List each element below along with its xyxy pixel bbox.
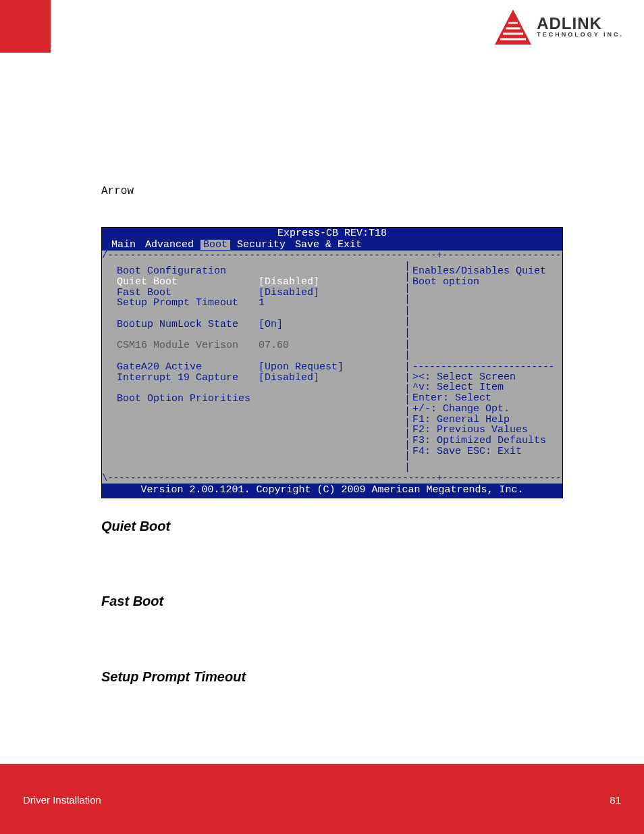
- adlink-triangle-icon: [495, 9, 531, 45]
- bios-section-header: Boot Configuration: [117, 266, 403, 277]
- bios-value: 1: [259, 298, 403, 309]
- bios-key-hint: F1: General Help: [412, 415, 554, 425]
- bios-body: Boot Configuration Quiet Boot [Disabled]…: [102, 261, 562, 473]
- bios-row-csm16: CSM16 Module Verison 07.60: [117, 340, 403, 351]
- bios-blank: [117, 383, 403, 394]
- bios-row-int19[interactable]: Interrupt 19 Capture [Disabled]: [117, 373, 403, 384]
- brand-sub: TECHNOLOGY INC.: [537, 31, 624, 38]
- bios-key-hint: +/-: Change Opt.: [412, 404, 554, 415]
- bios-blank: [117, 405, 403, 415]
- bios-value: [Disabled]: [259, 277, 403, 288]
- bios-key-hint: F3: Optimized Defaults: [412, 436, 554, 446]
- subsection-fast-boot-body: Enables/Disables boot with initializatio…: [101, 613, 563, 644]
- bios-frame-top: /---------------------------------------…: [102, 251, 562, 261]
- intro-text-pre: Select the Boot tab from the setup scree…: [101, 137, 554, 180]
- bios-value: [Upon Request]: [259, 362, 403, 373]
- bios-help-line2: Boot option: [412, 277, 554, 288]
- bios-blank: [117, 330, 403, 341]
- bios-row-gatea20[interactable]: GateA20 Active [Upon Request]: [117, 362, 403, 373]
- bios-blank: [117, 436, 403, 447]
- bios-key-hint: F4: Save ESC: Exit: [412, 446, 554, 457]
- bios-row-fast-boot[interactable]: Fast Boot [Disabled]: [117, 288, 403, 298]
- intro-paragraph: Select the Boot tab from the setup scree…: [101, 135, 563, 215]
- brand-name: ADLINK: [537, 16, 624, 31]
- bios-title: Express-CB REV:T18: [102, 228, 562, 240]
- bios-blank: [117, 309, 403, 319]
- bios-label: Interrupt 19 Capture: [117, 373, 259, 384]
- intro-text-post: > keys. The Boot Configuration screen is…: [101, 184, 560, 213]
- subsection-quiet-boot-title: Quiet Boot: [101, 519, 563, 534]
- corner-accent: [0, 0, 51, 53]
- bios-frame-bottom: \---------------------------------------…: [102, 473, 562, 484]
- bios-value: 07.60: [259, 340, 403, 351]
- bios-footer: Version 2.00.1201. Copyright (C) 2009 Am…: [102, 484, 562, 498]
- bios-label: Setup Prompt Timeout: [117, 298, 259, 309]
- bios-label: CSM16 Module Verison: [117, 340, 259, 351]
- brand-logo: ADLINK TECHNOLOGY INC.: [495, 9, 624, 45]
- bios-vertical-divider: |||||||||||||||||||: [404, 261, 410, 473]
- bios-blank: [117, 425, 403, 436]
- bios-tab-advanced[interactable]: Advanced: [142, 240, 196, 251]
- bios-key-hint: F2: Previous Values: [412, 425, 554, 436]
- bios-blank: [117, 458, 403, 469]
- bios-key-hint: ^v: Select Item: [412, 382, 554, 393]
- bios-blank: [117, 447, 403, 458]
- section-heading: 7.6 Boot Setup: [101, 108, 563, 127]
- bios-key-hint: Enter: Select: [412, 393, 554, 404]
- bios-right-divider: -------------------------: [412, 362, 554, 372]
- bios-label: Fast Boot: [117, 288, 259, 298]
- bios-tab-security[interactable]: Security: [234, 240, 288, 251]
- bios-tab-bar: Main Advanced Boot Security Save & Exit: [102, 240, 562, 251]
- bios-label: Bootup NumLock State: [117, 319, 259, 330]
- bios-row-numlock[interactable]: Bootup NumLock State [On]: [117, 319, 403, 330]
- bios-label: GateA20 Active: [117, 362, 259, 373]
- bios-key-hint: ><: Select Screen: [412, 372, 554, 383]
- page-footer: Driver Installation 81: [0, 764, 644, 834]
- bios-row-setup-prompt[interactable]: Setup Prompt Timeout 1: [117, 298, 403, 309]
- bios-right-panel: Enables/Disables Quiet Boot option -----…: [406, 265, 557, 469]
- bios-row-priorities[interactable]: Boot Option Priorities: [117, 394, 403, 405]
- bios-screenshot: Express-CB REV:T18 Main Advanced Boot Se…: [101, 227, 563, 498]
- bios-left-panel: Boot Configuration Quiet Boot [Disabled]…: [109, 265, 406, 469]
- bios-tab-save-exit[interactable]: Save & Exit: [292, 240, 365, 251]
- subsection-setup-prompt-title: Setup Prompt Timeout: [101, 669, 563, 685]
- arrow-keyword: Arrow: [101, 185, 134, 197]
- footer-section-name: Driver Installation: [23, 794, 101, 806]
- footer-page-number: 81: [610, 794, 621, 806]
- subsection-fast-boot-title: Fast Boot: [101, 594, 563, 609]
- bios-blank: [117, 415, 403, 426]
- bios-blank: [117, 351, 403, 362]
- bios-label: Boot Option Priorities: [117, 394, 259, 405]
- bios-value: [On]: [259, 319, 403, 330]
- bios-label: Quiet Boot: [117, 277, 259, 288]
- bios-tab-boot[interactable]: Boot: [200, 240, 230, 251]
- bios-row-quiet-boot[interactable]: Quiet Boot [Disabled]: [117, 277, 403, 288]
- subsection-quiet-boot-body: When this feature is enabled, the BIOS w…: [101, 538, 563, 569]
- page-content: 7.6 Boot Setup Select the Boot tab from …: [101, 108, 563, 729]
- subsection-setup-prompt-body: Number of seconds to wait for setup acti…: [101, 689, 563, 704]
- bios-value: [Disabled]: [259, 373, 403, 384]
- bios-help-line1: Enables/Disables Quiet: [412, 266, 554, 277]
- bios-section-label: Boot Configuration: [117, 266, 259, 277]
- bios-tab-main[interactable]: Main: [109, 240, 138, 251]
- bios-value: [Disabled]: [259, 288, 403, 298]
